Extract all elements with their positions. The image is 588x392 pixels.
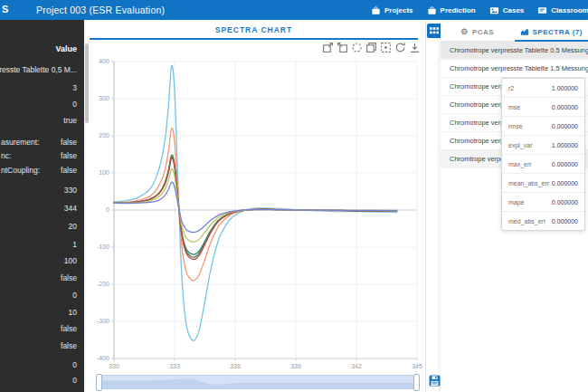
sidebar-row-value: 10 (69, 307, 77, 318)
sidebar-row: false (0, 340, 84, 351)
top-navbar: S Project 003 (ESR Evaluation) ProjectsP… (0, 0, 588, 20)
sidebar-row-value: 0 (72, 359, 77, 370)
app-window: S Project 003 (ESR Evaluation) ProjectsP… (0, 0, 588, 392)
sidebar-row-value: 344 (64, 203, 77, 214)
y-tick-label: 200 (99, 132, 109, 139)
briefcase-icon (371, 5, 381, 15)
sidebar-row-value: 0 (72, 290, 77, 301)
metric-value: 0.000000 (552, 199, 578, 206)
spectra-list-item[interactable]: Chromotrope verpresste Tablette 1,5 Mess… (441, 60, 588, 78)
metric-name: mape (508, 199, 525, 206)
y-tick-label: -300 (97, 318, 109, 324)
sidebar-row: asurement:false (0, 137, 84, 148)
sidebar-row-label: ntCoupling: (1, 165, 40, 176)
metric-row-mape: mape0.000000 (502, 193, 584, 212)
parameters-sidebar: Value verpresste Tablette 0,5 M...30true… (0, 20, 84, 392)
sidebar-row: nc:false (0, 150, 84, 161)
sidebar-row: 10 (0, 307, 84, 318)
sidebar-row-value: 20 (69, 221, 77, 232)
nav-item-classroom[interactable]: Classroom (537, 5, 588, 15)
sidebar-row-label: asurement: (1, 137, 40, 148)
y-tick-label: 100 (99, 169, 109, 176)
metric-row-r2: r21.000000 (502, 79, 584, 98)
nav-item-prediction[interactable]: Prediction (427, 5, 476, 15)
metric-row-mse: mse0.000000 (502, 98, 584, 117)
metric-row-max_err: max_err0.000000 (502, 155, 584, 174)
sidebar-row: false (0, 272, 84, 283)
y-tick-label: 400 (99, 58, 109, 64)
save-icon (429, 375, 441, 387)
sidebar-scrollbar[interactable] (85, 43, 89, 123)
chart-tabbar: SPECTRA CHART (90, 22, 418, 38)
sidebar-row: verpresste Tablette 0,5 M... (0, 64, 84, 75)
spectra-list-item[interactable]: Chromotrope verpresste Tablette 0,5 Mess… (441, 42, 588, 60)
metric-name: mse (508, 104, 520, 110)
save-chart-button[interactable] (429, 374, 441, 386)
metric-name: r2 (508, 85, 514, 91)
sidebar-row: 100 (0, 255, 84, 266)
tab-spectra-chart[interactable]: SPECTRA CHART (90, 25, 418, 34)
grid-icon (429, 25, 440, 36)
sidebar-row: 0 (0, 375, 84, 386)
y-tick-label: -400 (97, 355, 109, 361)
metric-value: 1.000000 (552, 142, 578, 148)
value-column-header: Value (55, 44, 77, 53)
x-tick-label: 345 (412, 363, 422, 369)
range-slider-preview (99, 376, 417, 388)
sidebar-row: ntCoupling:false (0, 165, 84, 176)
right-panel-tabs: ⚙PCASSPECTRA (7) (441, 24, 588, 42)
sidebar-row-value: false (61, 165, 77, 176)
metric-value: 0.000000 (552, 123, 578, 129)
series-spectrum-2 (114, 129, 397, 281)
metric-value: 1.000000 (552, 85, 578, 91)
metric-name: expl_var (508, 142, 532, 148)
sidebar-row: 20 (0, 221, 84, 232)
series-spectrum-6 (114, 169, 397, 243)
sidebar-row-label: nc: (1, 150, 11, 161)
x-tick-label: 333 (169, 363, 180, 369)
tab-pcas[interactable]: ⚙PCAS (441, 24, 515, 41)
top-nav-items: ProjectsPredictionCasesClassroomAdm (371, 0, 588, 20)
sidebar-row-value: false (61, 272, 77, 283)
metric-name: mean_abs_err (508, 180, 549, 186)
sidebar-row: false (0, 323, 84, 334)
sidebar-row-value: 3 (72, 82, 77, 93)
sidebar-row-value: false (61, 340, 77, 351)
x-tick-label: 330 (109, 363, 119, 369)
sidebar-row: 0 (0, 359, 84, 370)
metric-value: 0.000000 (552, 104, 578, 110)
sidebar-row-value: 330 (64, 185, 77, 196)
metric-value: 0.000000 (552, 161, 578, 167)
range-slider-handle-left[interactable] (96, 374, 102, 391)
range-slider-handle-right[interactable] (413, 374, 420, 391)
chart-range-slider (98, 374, 418, 389)
y-tick-label: -200 (97, 281, 109, 287)
classroom-icon (537, 5, 547, 15)
sidebar-row-value: true (63, 115, 77, 126)
metric-name: med_abs_err (508, 218, 545, 225)
nav-item-projects[interactable]: Projects (371, 5, 413, 15)
sidebar-row-value: 100 (64, 255, 77, 266)
tab-spectra[interactable]: SPECTRA (7) (515, 24, 588, 41)
sidebar-row-value: false (61, 137, 77, 148)
metric-row-rmse: rmse0.000000 (502, 117, 584, 136)
y-tick-label: 0 (106, 206, 109, 213)
x-tick-label: 342 (351, 363, 362, 369)
series-spectrum-3 (114, 158, 397, 254)
metric-value: 0.000000 (552, 218, 578, 225)
sidebar-row: 0 (0, 290, 84, 301)
series-spectrum-1 (114, 65, 397, 340)
sidebar-row-value: verpresste Tablette 0,5 M... (0, 64, 77, 75)
metric-name: max_err (508, 161, 532, 167)
metric-value: 0.000000 (552, 180, 578, 186)
sidebar-row-value: 1 (72, 239, 77, 250)
grid-view-button[interactable] (427, 24, 441, 38)
spectra-chart-svg: 330333336339342345-400-300-200-100010020… (90, 42, 426, 373)
sidebar-row: 1 (0, 239, 84, 250)
range-slider-bar[interactable] (98, 375, 418, 389)
app-logo: S (2, 4, 8, 14)
briefcase-icon (427, 5, 437, 15)
gear-icon: ⚙ (460, 28, 469, 36)
page-title: Project 003 (ESR Evaluation) (36, 5, 165, 15)
nav-item-cases[interactable]: Cases (489, 5, 525, 15)
